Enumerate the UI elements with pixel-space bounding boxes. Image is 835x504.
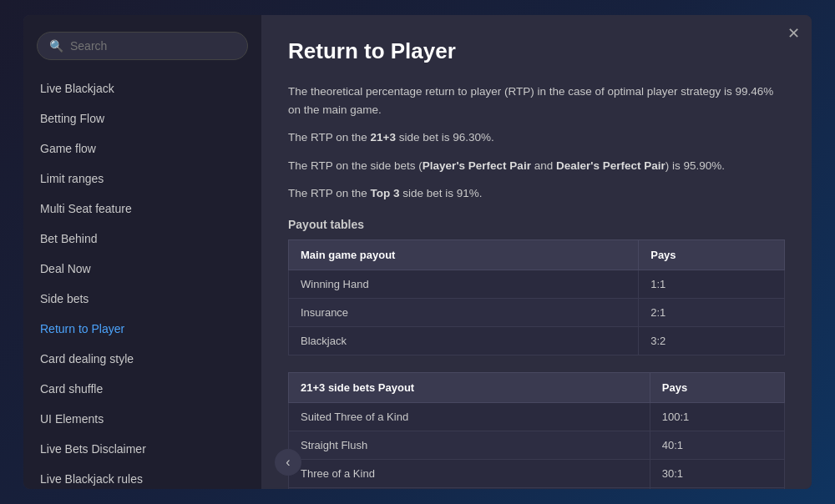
- table-row: Three of a Kind 30:1: [289, 459, 785, 487]
- sidebar-item-card-shuffle[interactable]: Card shuffle: [23, 374, 261, 404]
- side-table-header-col1: 21+3 side bets Payout: [289, 372, 650, 402]
- close-icon: ✕: [787, 24, 800, 43]
- table-cell: 10:1: [650, 487, 784, 489]
- sidebar-item-limit-ranges[interactable]: Limit ranges: [23, 164, 261, 194]
- sidebar-item-return-to-player[interactable]: Return to Player: [23, 314, 261, 344]
- table-cell: Insurance: [289, 298, 639, 326]
- intro-paragraph-4: The RTP on the Top 3 side bet is 91%.: [288, 184, 785, 203]
- sidebar-item-side-bets[interactable]: Side bets: [23, 284, 261, 314]
- highlight-player-perfect-pair: Player's Perfect Pair: [423, 159, 531, 172]
- sidebar-item-live-bets-disclaimer[interactable]: Live Bets Disclaimer: [23, 434, 261, 464]
- table-row: Straight 10:1: [289, 487, 785, 489]
- modal: ✕ 🔍 Live Blackjack Betting Flow Game flo…: [23, 15, 812, 489]
- content-area: Return to Player The theoretical percent…: [261, 15, 812, 489]
- main-table-header-col2: Pays: [639, 239, 785, 270]
- intro-paragraph-3: The RTP on the side bets (Player's Perfe…: [288, 157, 785, 175]
- sidebar-item-card-dealing-style[interactable]: Card dealing style: [23, 344, 261, 374]
- table-cell: 30:1: [650, 459, 784, 487]
- table-cell: 3:2: [639, 326, 785, 355]
- side-table-header-col2: Pays: [650, 372, 784, 402]
- search-input[interactable]: [70, 39, 235, 53]
- table-cell: Winning Hand: [289, 270, 639, 298]
- main-game-payout-table: Main game payout Pays Winning Hand 1:1 I…: [288, 239, 785, 355]
- intro-paragraph-2: The RTP on the 21+3 side bet is 96.30%.: [288, 129, 785, 147]
- sidebar-item-live-blackjack-rules[interactable]: Live Blackjack rules: [23, 464, 261, 489]
- search-container[interactable]: 🔍: [37, 32, 248, 60]
- sidebar-item-game-flow[interactable]: Game flow: [23, 134, 261, 164]
- highlight-top3: Top 3: [371, 187, 400, 199]
- nav-back-button[interactable]: ‹: [275, 449, 301, 476]
- highlight-dealer-perfect-pair: Dealer's Perfect Pair: [556, 159, 665, 172]
- table-cell: 40:1: [650, 431, 784, 459]
- sidebar-item-ui-elements[interactable]: UI Elements: [23, 404, 261, 434]
- side-bets-payout-table: 21+3 side bets Payout Pays Suited Three …: [288, 372, 785, 489]
- table-cell: 2:1: [639, 298, 785, 326]
- intro-paragraph-1: The theoretical percentage return to pla…: [288, 83, 785, 118]
- section-payout-tables-title: Payout tables: [288, 218, 785, 231]
- table-row: Winning Hand 1:1: [289, 270, 785, 298]
- sidebar-item-live-blackjack[interactable]: Live Blackjack: [23, 73, 261, 103]
- table-row: Insurance 2:1: [289, 298, 785, 326]
- sidebar-item-betting-flow[interactable]: Betting Flow: [23, 103, 261, 134]
- sidebar-item-multi-seat-feature[interactable]: Multi Seat feature: [23, 194, 261, 224]
- search-wrapper: 🔍: [23, 25, 261, 73]
- sidebar: 🔍 Live Blackjack Betting Flow Game flow …: [23, 15, 261, 489]
- page-title: Return to Player: [288, 38, 785, 64]
- close-button[interactable]: ✕: [782, 22, 805, 45]
- search-icon: 🔍: [49, 39, 63, 53]
- table-cell: 1:1: [639, 270, 785, 298]
- table-cell: Straight Flush: [289, 431, 650, 459]
- table-cell: Three of a Kind: [289, 459, 650, 487]
- table-row: Straight Flush 40:1: [289, 431, 785, 459]
- table-row: Blackjack 3:2: [289, 326, 785, 355]
- sidebar-item-bet-behind[interactable]: Bet Behind: [23, 224, 261, 254]
- highlight-21plus3: 21+3: [371, 131, 396, 144]
- table-cell: Suited Three of a Kind: [289, 402, 650, 431]
- table-cell: Straight: [289, 487, 650, 489]
- table-cell: 100:1: [650, 402, 784, 431]
- main-table-header-col1: Main game payout: [289, 239, 639, 270]
- arrow-left-icon: ‹: [286, 455, 290, 470]
- table-row: Suited Three of a Kind 100:1: [289, 402, 785, 431]
- sidebar-item-deal-now[interactable]: Deal Now: [23, 254, 261, 284]
- table-cell: Blackjack: [289, 326, 639, 355]
